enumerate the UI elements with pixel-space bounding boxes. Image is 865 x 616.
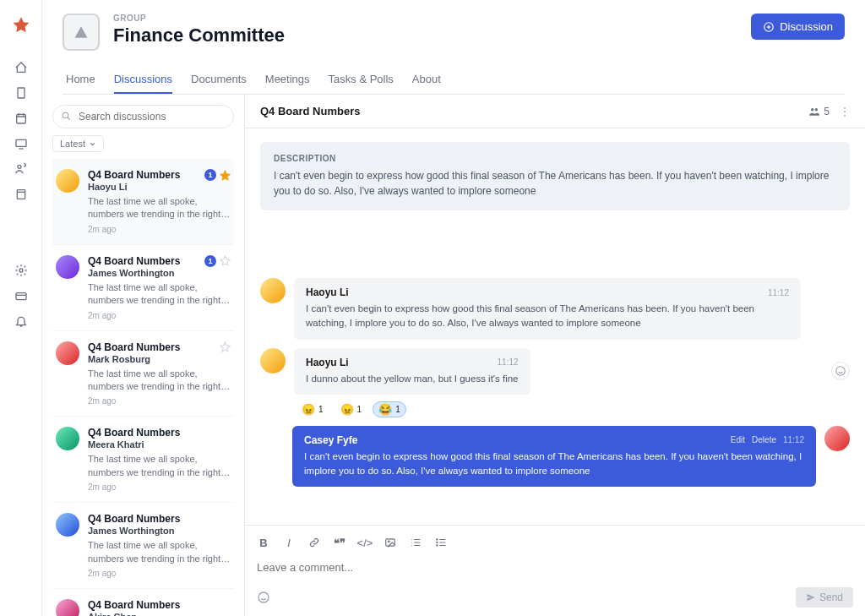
- tab-tasks-polls[interactable]: Tasks & Polls: [329, 66, 394, 94]
- svg-point-16: [437, 545, 438, 546]
- search-icon: [61, 111, 72, 122]
- svg-rect-0: [18, 88, 24, 98]
- group-type-label: GROUP: [113, 14, 737, 23]
- message-time: 11:12: [783, 435, 804, 444]
- star-icon[interactable]: [220, 255, 231, 266]
- svg-point-5: [19, 269, 23, 272]
- image-button[interactable]: [384, 536, 397, 549]
- svg-rect-2: [16, 139, 26, 146]
- document-icon[interactable]: [14, 86, 28, 100]
- discussion-item[interactable]: Q4 Board Numbers James Worthington The l…: [52, 245, 234, 331]
- card-icon[interactable]: [14, 289, 28, 303]
- page-header: GROUP Finance Committee Discussion HomeD…: [42, 0, 865, 95]
- discussion-item[interactable]: Q4 Board Numbers Mark Rosburg The last t…: [52, 331, 234, 417]
- star-icon[interactable]: [220, 341, 231, 352]
- group-avatar-icon: [63, 14, 100, 51]
- send-button[interactable]: Send: [796, 587, 853, 608]
- comment-input[interactable]: [257, 553, 853, 587]
- discussion-title: Q4 Board Numbers: [88, 427, 231, 439]
- bold-button[interactable]: B: [257, 536, 270, 549]
- avatar: [824, 426, 850, 451]
- discussion-detail: Q4 Board Numbers 5 ⋮ DESCRIPTION I can't…: [245, 95, 865, 616]
- edit-button[interactable]: Edit: [731, 435, 745, 444]
- new-discussion-button[interactable]: Discussion: [751, 14, 845, 40]
- emoji-picker-button[interactable]: [257, 591, 270, 604]
- discussion-item[interactable]: Q4 Board Numbers James Worthington The l…: [52, 503, 234, 589]
- discussion-preview: The last time we all spoke, numbers we t…: [88, 539, 231, 565]
- description-text: I can't even begin to express how good t…: [274, 168, 836, 199]
- monitor-icon[interactable]: [14, 137, 28, 150]
- italic-button[interactable]: I: [282, 536, 296, 549]
- discussion-time: 2m ago: [88, 225, 231, 234]
- discussion-preview: The last time we all spoke, numbers we t…: [88, 368, 231, 394]
- bell-icon[interactable]: [14, 314, 28, 328]
- discussion-author: Mark Rosburg: [88, 354, 231, 364]
- message-bubble: Casey Fyfe Edit Delete 11:12 I can't eve…: [292, 426, 816, 488]
- detail-title: Q4 Board Numbers: [260, 105, 360, 117]
- svg-rect-4: [17, 190, 24, 199]
- description-box: DESCRIPTION I can't even begin to expres…: [260, 142, 850, 210]
- svg-point-11: [836, 367, 846, 376]
- description-label: DESCRIPTION: [274, 154, 836, 163]
- reaction-chip[interactable]: 😠1: [335, 401, 368, 417]
- tabs: HomeDiscussionsDocumentsMeetingsTasks & …: [63, 66, 845, 95]
- app-logo-icon: [9, 15, 33, 39]
- reactions-bar: 😠1😠1😂1: [296, 401, 850, 417]
- tab-meetings[interactable]: Meetings: [265, 66, 310, 94]
- discussion-item[interactable]: Q4 Board Numbers Meera Khatri The last t…: [52, 417, 234, 503]
- discussion-author: Meera Khatri: [88, 439, 231, 450]
- discussion-title: Q4 Board Numbers: [88, 341, 231, 353]
- discussion-time: 2m ago: [88, 311, 231, 320]
- avatar: [56, 427, 79, 450]
- star-icon[interactable]: [220, 170, 231, 181]
- message-author: Haoyu Li: [306, 286, 349, 298]
- reaction-chip[interactable]: 😠1: [296, 401, 329, 417]
- gear-icon[interactable]: [14, 264, 28, 277]
- calendar-icon[interactable]: [14, 112, 28, 125]
- message-author: Haoyu Li: [306, 357, 349, 368]
- link-button[interactable]: [307, 536, 321, 549]
- svg-point-10: [815, 107, 819, 111]
- message-time: 11:12: [498, 357, 519, 367]
- sort-dropdown[interactable]: Latest: [52, 135, 104, 152]
- book-icon[interactable]: [14, 188, 28, 201]
- tab-documents[interactable]: Documents: [191, 66, 247, 94]
- discussion-preview: The last time we all spoke, numbers we t…: [88, 281, 231, 308]
- ordered-list-button[interactable]: [409, 536, 422, 549]
- discussion-item[interactable]: Q4 Board Numbers Akira Chen The last tim…: [52, 589, 234, 616]
- chevron-down-icon: [89, 140, 96, 148]
- avatar: [260, 348, 286, 373]
- svg-rect-1: [16, 114, 25, 123]
- more-menu-button[interactable]: ⋮: [840, 106, 850, 117]
- discussion-time: 2m ago: [88, 569, 231, 578]
- discussion-sidebar: Latest Q4 Board Numbers Haoyu Li The las…: [42, 95, 245, 616]
- bullet-list-button[interactable]: [434, 536, 448, 549]
- search-input[interactable]: [52, 105, 234, 128]
- avatar: [56, 255, 79, 279]
- message-body: I dunno about the yellow man, but I gues…: [306, 372, 519, 386]
- discussion-item[interactable]: Q4 Board Numbers Haoyu Li The last time …: [52, 159, 234, 245]
- avatar: [56, 599, 79, 616]
- message-time: 11:12: [768, 288, 789, 297]
- svg-point-8: [63, 112, 68, 118]
- reaction-chip[interactable]: 😂1: [373, 401, 406, 417]
- tab-about[interactable]: About: [412, 66, 441, 94]
- svg-point-3: [18, 165, 21, 168]
- home-icon[interactable]: [14, 61, 28, 74]
- discussion-author: James Worthington: [88, 526, 231, 536]
- discussion-preview: The last time we all spoke, numbers we t…: [88, 453, 231, 479]
- svg-point-13: [388, 541, 389, 542]
- users-icon[interactable]: [14, 162, 28, 176]
- avatar: [56, 169, 79, 193]
- avatar: [56, 341, 79, 365]
- code-button[interactable]: </>: [358, 536, 372, 549]
- tab-home[interactable]: Home: [66, 66, 95, 94]
- page-title: Finance Committee: [113, 25, 737, 46]
- avatar: [260, 278, 286, 303]
- members-count[interactable]: 5: [808, 106, 830, 117]
- quote-button[interactable]: ❝❞: [333, 536, 346, 549]
- svg-point-17: [258, 592, 269, 602]
- add-reaction-button[interactable]: [831, 362, 850, 380]
- delete-button[interactable]: Delete: [752, 435, 776, 444]
- tab-discussions[interactable]: Discussions: [114, 66, 172, 94]
